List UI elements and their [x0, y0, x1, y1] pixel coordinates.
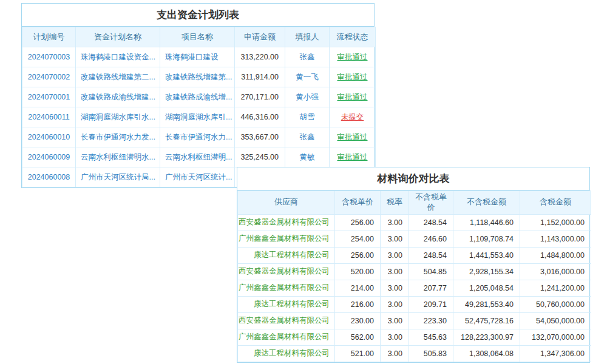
plan-id-link[interactable]: 2024070003	[22, 47, 76, 67]
project-name-link[interactable]: 云南水利枢纽潜明...	[160, 147, 235, 167]
fund-plan-name-link[interactable]: 改建铁路线增建第二...	[76, 67, 160, 87]
tax-included-unit-price: 562.00	[335, 329, 381, 345]
tax-rate: 3.00	[381, 280, 409, 296]
tax-rate: 3.00	[381, 312, 409, 329]
tax-excluded-amount: 1,118,446.60	[453, 214, 520, 231]
tax-rate: 3.00	[381, 231, 409, 247]
material-inquiry-comparison-table: 供应商含税单价税率不含税单价不含税金额含税金额 西安盛器金属材料有限公司256.…	[237, 190, 591, 362]
tax-included-unit-price: 254.00	[335, 231, 381, 247]
column-header: 含税单价	[335, 191, 381, 215]
supplier-name: 康达工程材料有限公司	[238, 296, 335, 312]
table-row: 西安盛器金属材料有限公司256.003.00248.541,118,446.60…	[238, 214, 591, 231]
project-name-link[interactable]: 改建铁路线增建第...	[160, 67, 235, 87]
tax-rate: 3.00	[381, 296, 409, 312]
table-row: 2024060011湖南洞庭湖水库引水...湖南洞庭湖水库引...446,316…	[22, 107, 376, 127]
tax-included-unit-price: 256.00	[335, 247, 381, 263]
plan-id-link[interactable]: 2024070002	[22, 67, 76, 87]
supplier-name: 广州鑫鑫金属材料有限公司	[238, 231, 335, 247]
tax-excluded-amount: 1,308,064.08	[453, 345, 520, 362]
panel-title: 支出资金计划列表	[22, 4, 374, 27]
fund-plan-name-link[interactable]: 长春市伊通河水力发...	[76, 127, 160, 147]
tax-included-amount: 1,143,000.00	[520, 231, 591, 247]
tax-included-unit-price: 216.00	[335, 296, 381, 312]
tax-rate: 3.00	[381, 329, 409, 345]
tax-rate: 3.00	[381, 263, 409, 280]
plan-id-link[interactable]: 2024060008	[22, 167, 76, 187]
tax-included-amount: 1,347,306.00	[520, 345, 591, 362]
tax-included-unit-price: 521.00	[335, 345, 381, 362]
tax-included-unit-price: 230.00	[335, 312, 381, 329]
filler-name: 张鑫	[285, 47, 330, 67]
tax-included-amount: 50,760,000.00	[520, 296, 591, 312]
fund-plan-name-link[interactable]: 改建铁路成渝线增建...	[76, 87, 160, 107]
project-name-link[interactable]: 湖南洞庭湖水库引...	[160, 107, 235, 127]
process-status-link[interactable]: 审批通过	[330, 147, 376, 167]
tax-excluded-amount: 1,109,708.74	[453, 231, 520, 247]
column-header: 项目名称	[160, 27, 235, 47]
supplier-name: 西安盛器金属材料有限公司	[238, 312, 335, 329]
tax-excluded-unit-price: 545.63	[409, 329, 453, 345]
plan-id-link[interactable]: 2024070001	[22, 87, 76, 107]
expenditure-fund-plan-panel: 支出资金计划列表 计划编号资金计划名称项目名称申请金额填报人流程状态 20240…	[21, 3, 375, 188]
process-status-link[interactable]: 审批通过	[330, 87, 376, 107]
tax-included-unit-price: 520.00	[335, 263, 381, 280]
column-header: 填报人	[285, 27, 330, 47]
tax-included-amount: 132,070,000.00	[520, 329, 591, 345]
apply-amount-value: 270,171.00	[235, 87, 285, 107]
tax-excluded-unit-price: 223.30	[409, 312, 453, 329]
tax-included-amount: 1,152,000.00	[520, 214, 591, 231]
supplier-name: 西安盛器金属材料有限公司	[238, 263, 335, 280]
supplier-name: 西安盛器金属材料有限公司	[238, 214, 335, 231]
column-header: 资金计划名称	[76, 27, 160, 47]
column-header: 不含税单价	[409, 191, 453, 215]
tax-rate: 3.00	[381, 214, 409, 231]
column-header: 申请金额	[235, 27, 285, 47]
tax-excluded-amount: 1,441,553.40	[453, 247, 520, 263]
apply-amount-value: 353,667.00	[235, 127, 285, 147]
tax-excluded-amount: 1,205,048.54	[453, 280, 520, 296]
table-row: 广州鑫鑫金属材料有限公司214.003.00207.771,205,048.54…	[238, 280, 591, 296]
table-row: 康达工程材料有限公司521.003.00505.831,308,064.081,…	[238, 345, 591, 362]
filler-name: 黄敏	[285, 147, 330, 167]
supplier-name: 康达工程材料有限公司	[238, 247, 335, 263]
process-status-link[interactable]: 审批通过	[330, 47, 376, 67]
process-status-link[interactable]: 审批通过	[330, 67, 376, 87]
fund-plan-name-link[interactable]: 云南水利枢纽潜明水...	[76, 147, 160, 167]
plan-id-link[interactable]: 2024060010	[22, 127, 76, 147]
fund-plan-name-link[interactable]: 珠海鹤港口建设资金...	[76, 47, 160, 67]
tax-excluded-unit-price: 505.83	[409, 345, 453, 362]
table-row: 西安盛器金属材料有限公司520.003.00504.852,928,155.34…	[238, 263, 591, 280]
expenditure-fund-plan-table: 计划编号资金计划名称项目名称申请金额填报人流程状态 2024070003珠海鹤港…	[22, 27, 376, 187]
table-row: 2024070001改建铁路成渝线增建...改建铁路成渝线增...270,171…	[22, 87, 376, 107]
filler-name: 胡雪	[285, 107, 330, 127]
column-header: 不含税金额	[453, 191, 520, 215]
tax-included-unit-price: 214.00	[335, 280, 381, 296]
fund-plan-name-link[interactable]: 广州市天河区统计局...	[76, 167, 160, 187]
panel-title: 材料询价对比表	[237, 167, 589, 190]
plan-id-link[interactable]: 2024060011	[22, 107, 76, 127]
project-name-link[interactable]: 广州市天河区统计...	[160, 167, 235, 187]
process-status-link[interactable]: 未提交	[330, 107, 376, 127]
tax-rate: 3.00	[381, 247, 409, 263]
tax-rate: 3.00	[381, 345, 409, 362]
tax-excluded-amount: 128,223,300.97	[453, 329, 520, 345]
project-name-link[interactable]: 改建铁路成渝线增...	[160, 87, 235, 107]
apply-amount-value: 313,220.00	[235, 47, 285, 67]
table-row: 2024060010长春市伊通河水力发...长春市伊通河水力...353,667…	[22, 127, 376, 147]
table-row: 西安盛器金属材料有限公司230.003.00223.3052,475,728.1…	[238, 312, 591, 329]
plan-id-link[interactable]: 2024060009	[22, 147, 76, 167]
table-row: 2024070003珠海鹤港口建设资金...珠海鹤港口建设313,220.00张…	[22, 47, 376, 67]
table-header-row: 计划编号资金计划名称项目名称申请金额填报人流程状态	[22, 27, 376, 47]
project-name-link[interactable]: 长春市伊通河水力...	[160, 127, 235, 147]
tax-excluded-unit-price: 504.85	[409, 263, 453, 280]
column-header: 流程状态	[330, 27, 376, 47]
fund-plan-name-link[interactable]: 湖南洞庭湖水库引水...	[76, 107, 160, 127]
process-status-link[interactable]: 审批通过	[330, 127, 376, 147]
supplier-name: 广州鑫鑫金属材料有限公司	[238, 329, 335, 345]
tax-included-amount: 1,241,200.00	[520, 280, 591, 296]
filler-name: 张鑫	[285, 127, 330, 147]
project-name-link[interactable]: 珠海鹤港口建设	[160, 47, 235, 67]
supplier-name: 康达工程材料有限公司	[238, 345, 335, 362]
table-row: 广州鑫鑫金属材料有限公司562.003.00545.63128,223,300.…	[238, 329, 591, 345]
material-inquiry-comparison-panel: 材料询价对比表 供应商含税单价税率不含税单价不含税金额含税金额 西安盛器金属材料…	[237, 167, 590, 363]
